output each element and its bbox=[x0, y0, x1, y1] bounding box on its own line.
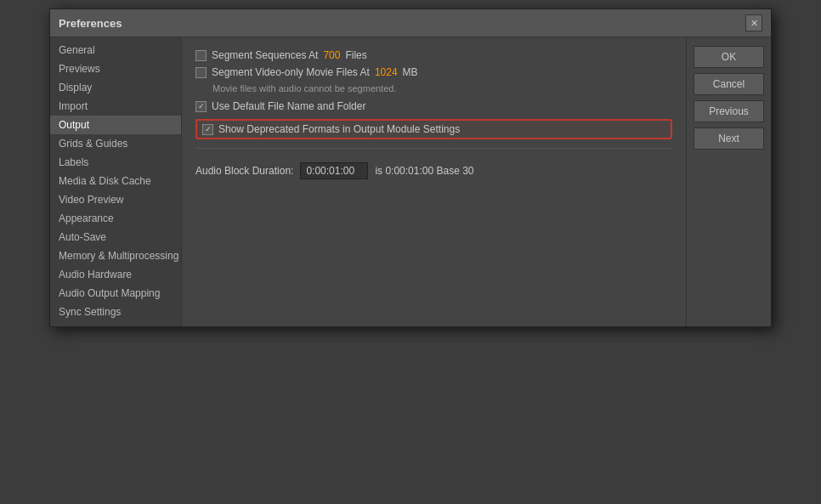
segment-video-value[interactable]: 1024 bbox=[375, 66, 398, 78]
sidebar-item-labels[interactable]: Labels bbox=[50, 153, 181, 172]
segment-video-unit: MB bbox=[403, 66, 418, 78]
show-deprecated-label: Show Deprecated Formats in Output Module… bbox=[218, 123, 460, 135]
main-content: Segment Sequences At 700 Files Segment V… bbox=[182, 37, 686, 326]
right-buttons-panel: OK Cancel Previous Next bbox=[686, 37, 771, 326]
sidebar-item-output[interactable]: Output bbox=[50, 116, 181, 134]
sidebar-item-memory[interactable]: Memory & Multiprocessing bbox=[50, 246, 181, 265]
dialog-titlebar: Preferences ✕ bbox=[50, 9, 771, 37]
audio-block-value[interactable]: 0:00:01:00 bbox=[300, 162, 368, 179]
show-deprecated-checkbox[interactable] bbox=[202, 124, 213, 135]
content-divider bbox=[195, 148, 672, 149]
ok-button[interactable]: OK bbox=[694, 46, 764, 68]
segment-sequences-unit: Files bbox=[345, 49, 366, 61]
sidebar-item-grids[interactable]: Grids & Guides bbox=[50, 134, 181, 153]
sidebar-item-sync[interactable]: Sync Settings bbox=[50, 303, 181, 321]
audio-block-is: is 0:00:01:00 Base 30 bbox=[375, 165, 473, 177]
sidebar-item-auto-save[interactable]: Auto-Save bbox=[50, 228, 181, 246]
dialog-title: Preferences bbox=[59, 17, 122, 30]
sidebar-item-audio-hardware[interactable]: Audio Hardware bbox=[50, 265, 181, 284]
sidebar-item-general[interactable]: General bbox=[50, 41, 181, 59]
segment-video-checkbox[interactable] bbox=[195, 67, 207, 78]
sidebar-item-import[interactable]: Import bbox=[50, 97, 181, 116]
segment-sequences-row: Segment Sequences At 700 Files bbox=[195, 49, 672, 61]
sidebar-item-video-preview[interactable]: Video Preview bbox=[50, 190, 181, 209]
segment-sequences-label: Segment Sequences At bbox=[212, 49, 318, 61]
close-button[interactable]: ✕ bbox=[745, 14, 762, 31]
use-default-row: Use Default File Name and Folder bbox=[195, 100, 672, 112]
show-deprecated-row: Show Deprecated Formats in Output Module… bbox=[195, 119, 672, 139]
sidebar-item-previews[interactable]: Previews bbox=[50, 59, 181, 78]
segment-sequences-checkbox[interactable] bbox=[195, 50, 207, 61]
previous-button[interactable]: Previous bbox=[694, 100, 764, 122]
use-default-label: Use Default File Name and Folder bbox=[212, 100, 365, 112]
sidebar-item-audio-output[interactable]: Audio Output Mapping bbox=[50, 284, 181, 303]
dialog-overlay: Preferences ✕ General Previews Display I… bbox=[0, 0, 821, 504]
audio-block-label: Audio Block Duration: bbox=[195, 165, 293, 177]
segment-sequences-value[interactable]: 700 bbox=[323, 49, 340, 61]
sidebar-item-display[interactable]: Display bbox=[50, 78, 181, 97]
sidebar-item-appearance[interactable]: Appearance bbox=[50, 209, 181, 228]
segment-video-row: Segment Video-only Movie Files At 1024 M… bbox=[195, 66, 672, 78]
dialog-body: General Previews Display Import Output G… bbox=[50, 37, 771, 326]
preferences-dialog: Preferences ✕ General Previews Display I… bbox=[49, 8, 772, 327]
sidebar-item-media[interactable]: Media & Disk Cache bbox=[50, 172, 181, 190]
cancel-button[interactable]: Cancel bbox=[694, 73, 764, 95]
use-default-checkbox[interactable] bbox=[195, 101, 207, 112]
sidebar: General Previews Display Import Output G… bbox=[50, 37, 182, 326]
segment-warning: Movie files with audio cannot be segment… bbox=[212, 83, 672, 93]
audio-block-row: Audio Block Duration: 0:00:01:00 is 0:00… bbox=[195, 162, 672, 179]
segment-video-label: Segment Video-only Movie Files At bbox=[212, 66, 370, 78]
next-button[interactable]: Next bbox=[694, 127, 764, 150]
